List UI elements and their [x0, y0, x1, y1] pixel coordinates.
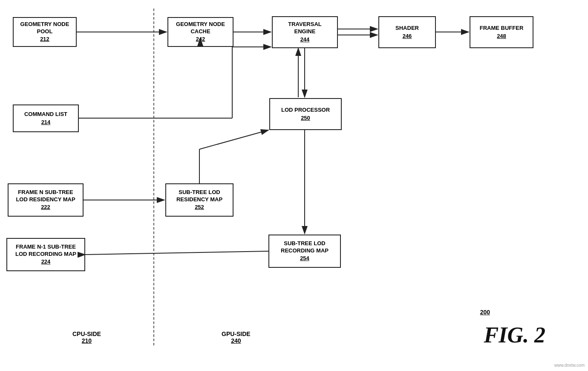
box-num-frame-n: 222 — [41, 204, 50, 211]
fig-num: 200 — [480, 309, 490, 316]
box-label-frame-buffer: FRAME BUFFER — [480, 25, 524, 32]
box-num-command-list: 214 — [41, 119, 51, 126]
box-num-frame-buffer: 248 — [497, 33, 506, 40]
box-num-geo-node-pool: 212 — [40, 36, 49, 43]
box-frame-n-subtree: FRAME N SUB-TREELOD RESIDENCY MAP 222 — [8, 183, 84, 217]
box-label-command-list: COMMAND LIST — [24, 111, 67, 118]
gpu-side-num: 240 — [222, 337, 251, 344]
box-num-frame-n1: 224 — [41, 258, 51, 266]
dashed-divider — [153, 9, 154, 345]
gpu-side-text: GPU-SIDE — [222, 330, 251, 337]
box-traversal-engine: TRAVERSALENGINE 244 — [272, 16, 338, 48]
box-label-subtree-res: SUB-TREE LODRESIDENCY MAP — [176, 189, 222, 203]
svg-line-17 — [85, 251, 268, 255]
box-label-shader: SHADER — [395, 25, 419, 32]
box-label-traversal: TRAVERSALENGINE — [288, 21, 321, 35]
box-label-frame-n: FRAME N SUB-TREELOD RESIDENCY MAP — [16, 189, 75, 203]
cpu-side-text: CPU-SIDE — [72, 330, 101, 337]
arrows-svg — [0, 0, 588, 371]
cpu-side-label: CPU-SIDE 210 — [72, 330, 101, 344]
box-command-list: COMMAND LIST 214 — [13, 104, 79, 132]
box-num-subtree-res: 252 — [195, 204, 204, 211]
box-geo-node-pool: GEOMETRY NODE POOL 212 — [13, 17, 77, 47]
diagram-container: GEOMETRY NODE POOL 212 COMMAND LIST 214 … — [0, 0, 588, 371]
cpu-side-num: 210 — [72, 337, 101, 344]
box-subtree-recording: SUB-TREE LODRECORDING MAP 254 — [268, 235, 341, 268]
box-label-geo-cache: GEOMETRY NODECACHE — [176, 21, 225, 35]
box-lod-processor: LOD PROCESSOR 250 — [269, 98, 342, 130]
gpu-side-label: GPU-SIDE 240 — [222, 330, 251, 344]
box-frame-n1-subtree: FRAME N-1 SUB-TREELOD RECORDING MAP 224 — [6, 238, 85, 271]
watermark: www.dnxtw.com — [554, 363, 585, 368]
box-label-subtree-rec: SUB-TREE LODRECORDING MAP — [281, 240, 329, 255]
svg-line-15 — [199, 130, 268, 149]
box-label-frame-n1: FRAME N-1 SUB-TREELOD RECORDING MAP — [15, 243, 76, 258]
box-shader: SHADER 246 — [378, 16, 436, 48]
box-label-lod: LOD PROCESSOR — [281, 107, 330, 114]
box-geo-node-cache: GEOMETRY NODECACHE 242 — [167, 17, 233, 47]
box-num-geo-cache: 242 — [196, 36, 205, 43]
box-num-subtree-rec: 254 — [300, 255, 309, 262]
fig-label: FIG. 2 — [484, 322, 545, 348]
box-num-traversal: 244 — [300, 36, 310, 43]
box-frame-buffer: FRAME BUFFER 248 — [470, 16, 533, 48]
box-subtree-residency: SUB-TREE LODRESIDENCY MAP 252 — [165, 183, 233, 217]
box-num-lod: 250 — [301, 115, 310, 122]
box-num-shader: 246 — [403, 33, 412, 40]
box-label-geo-node-pool: GEOMETRY NODE POOL — [14, 21, 76, 35]
